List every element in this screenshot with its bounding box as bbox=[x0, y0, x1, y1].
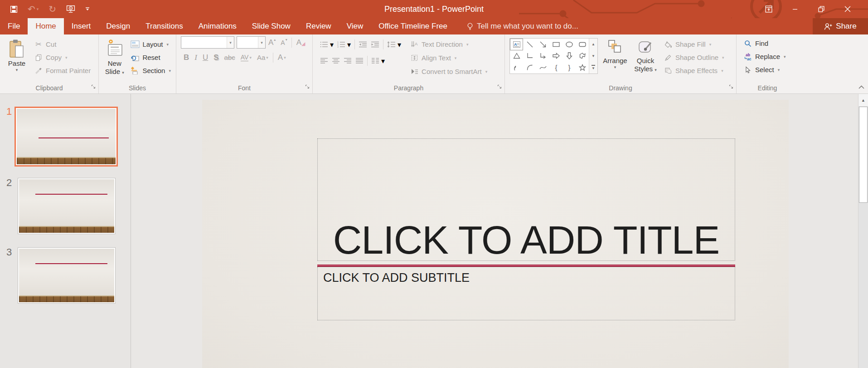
tab-file[interactable]: File bbox=[0, 18, 28, 34]
shape-freeform-icon[interactable] bbox=[576, 50, 589, 62]
tab-home[interactable]: Home bbox=[28, 18, 63, 34]
new-slide-button[interactable]: New Slide ▾ bbox=[102, 37, 126, 82]
slide-2-thumbnail[interactable] bbox=[18, 178, 116, 234]
bold-button[interactable]: B bbox=[181, 51, 192, 64]
shapes-more-button[interactable]: ▼ bbox=[589, 62, 597, 74]
line-spacing-button[interactable]: ▾ bbox=[385, 39, 403, 50]
vertical-scrollbar[interactable]: ▲ bbox=[858, 94, 868, 368]
shape-left-brace-icon[interactable]: { bbox=[549, 62, 563, 74]
select-label: Select bbox=[755, 66, 774, 74]
decrease-font-size-button[interactable]: A▾ bbox=[278, 36, 289, 49]
find-button[interactable]: Find bbox=[742, 37, 798, 49]
replace-icon: abac bbox=[743, 53, 752, 60]
tab-office-timeline-free[interactable]: Office Timeline Free bbox=[371, 18, 455, 34]
shape-text-box-icon[interactable]: A bbox=[510, 39, 523, 50]
shapes-scroll-down-button[interactable]: ▼ bbox=[589, 50, 597, 62]
scroll-up-button[interactable]: ▲ bbox=[858, 94, 868, 106]
shape-rectangle-icon[interactable] bbox=[549, 39, 563, 50]
shape-triangle-icon[interactable] bbox=[510, 50, 523, 62]
change-case-button[interactable]: Aa▾ bbox=[254, 51, 271, 64]
convert-to-smartart-button[interactable]: Convert to SmartArt ▾ bbox=[408, 65, 489, 78]
quick-styles-button[interactable]: Quick Styles ▾ bbox=[632, 37, 659, 82]
shape-right-brace-icon[interactable]: } bbox=[563, 62, 576, 74]
shape-oval-icon[interactable] bbox=[563, 39, 576, 50]
replace-button[interactable]: abac Replace ▾ bbox=[742, 50, 798, 63]
slide-3-thumbnail[interactable] bbox=[18, 247, 116, 304]
select-button[interactable]: Select ▾ bbox=[742, 64, 798, 76]
paragraph-dialog-launcher[interactable] bbox=[497, 83, 502, 91]
shape-curve-icon[interactable] bbox=[536, 62, 549, 74]
justify-button[interactable] bbox=[354, 55, 365, 66]
shape-elbow-connector-icon[interactable] bbox=[523, 50, 536, 62]
tab-animations[interactable]: Animations bbox=[191, 18, 244, 34]
section-button[interactable]: Section ▾ bbox=[129, 64, 172, 77]
shape-rounded-rectangle-icon[interactable] bbox=[576, 39, 589, 50]
clear-formatting-button[interactable]: A◢ bbox=[294, 36, 308, 49]
scrollbar-thumb[interactable] bbox=[859, 107, 868, 203]
close-button[interactable] bbox=[834, 0, 861, 18]
font-color-button[interactable]: A▾ bbox=[275, 51, 289, 64]
ribbon-display-options-button[interactable] bbox=[756, 0, 782, 18]
align-text-button[interactable]: Align Text ▾ bbox=[408, 52, 489, 64]
slide-1-thumbnail[interactable] bbox=[15, 107, 118, 167]
tab-slide-show[interactable]: Slide Show bbox=[244, 18, 298, 34]
increase-indent-button[interactable] bbox=[369, 39, 381, 50]
font-name-combobox[interactable]: ▾ bbox=[181, 36, 234, 49]
drawing-dialog-launcher[interactable] bbox=[729, 83, 734, 91]
align-left-button[interactable] bbox=[318, 55, 330, 66]
tab-design[interactable]: Design bbox=[98, 18, 138, 34]
align-right-button[interactable] bbox=[342, 55, 354, 66]
shape-arc-icon[interactable] bbox=[523, 62, 536, 74]
subtitle-placeholder[interactable]: CLICK TO ADD SUBTITLE bbox=[317, 267, 735, 320]
tab-view[interactable]: View bbox=[339, 18, 371, 34]
shapes-scroll-up-button[interactable]: ▲ bbox=[589, 39, 597, 50]
text-shadow-button[interactable]: S bbox=[211, 51, 221, 64]
character-spacing-button[interactable]: AV▾ bbox=[238, 51, 254, 64]
tab-review[interactable]: Review bbox=[298, 18, 339, 34]
numbering-button[interactable]: 123▾ bbox=[335, 39, 353, 50]
underline-button[interactable]: U bbox=[200, 51, 211, 64]
align-center-icon bbox=[332, 58, 340, 64]
format-painter-button[interactable]: Format Painter bbox=[33, 64, 92, 77]
shape-scribble-icon[interactable] bbox=[510, 62, 523, 74]
shape-fill-button[interactable]: Shape Fill ▾ bbox=[662, 38, 726, 50]
clipboard-dialog-launcher[interactable] bbox=[91, 83, 96, 91]
collapse-ribbon-button[interactable] bbox=[858, 83, 864, 91]
shape-effects-button[interactable]: Shape Effects ▾ bbox=[662, 64, 726, 77]
arrange-button[interactable]: Arrange ▾ bbox=[601, 37, 630, 82]
layout-button[interactable]: Layout ▾ bbox=[129, 38, 172, 50]
tell-me-box[interactable]: Tell me what you want to do... bbox=[467, 18, 578, 34]
slide-1-number: 1 bbox=[6, 106, 12, 118]
cut-button[interactable]: ✂ Cut bbox=[33, 38, 92, 50]
shape-right-arrow-icon[interactable] bbox=[549, 50, 563, 62]
bullets-button[interactable]: ▾ bbox=[318, 39, 335, 50]
paste-button[interactable]: Paste ▾ bbox=[4, 37, 30, 82]
columns-button[interactable]: ▾ bbox=[369, 55, 387, 66]
shape-elbow-arrow-connector-icon[interactable] bbox=[536, 50, 549, 62]
shape-down-arrow-icon[interactable] bbox=[563, 50, 576, 62]
shape-arrow-icon[interactable] bbox=[536, 39, 549, 50]
restore-button[interactable] bbox=[808, 0, 834, 18]
reset-button[interactable]: Reset bbox=[129, 51, 172, 64]
share-button[interactable]: Share bbox=[813, 18, 868, 34]
shape-outline-icon bbox=[664, 54, 673, 61]
copy-button[interactable]: Copy ▾ bbox=[33, 51, 92, 64]
shape-star-icon[interactable] bbox=[576, 62, 589, 74]
title-placeholder[interactable]: CLICK TO ADD TITLE bbox=[317, 138, 735, 261]
tab-transitions[interactable]: Transitions bbox=[138, 18, 191, 34]
increase-font-size-button[interactable]: A▴ bbox=[266, 36, 278, 49]
font-size-combobox[interactable]: ▾ bbox=[237, 36, 266, 49]
decrease-indent-button[interactable] bbox=[357, 39, 369, 50]
text-direction-button[interactable]: A Text Direction ▾ bbox=[408, 38, 489, 50]
svg-text:A: A bbox=[514, 42, 517, 47]
shape-outline-button[interactable]: Shape Outline ▾ bbox=[662, 51, 726, 64]
minimize-button[interactable] bbox=[782, 0, 808, 18]
italic-button[interactable]: I bbox=[192, 51, 200, 64]
font-dialog-launcher[interactable] bbox=[305, 83, 310, 91]
tab-insert[interactable]: Insert bbox=[64, 18, 99, 34]
font-group-label: Font bbox=[176, 84, 312, 92]
align-center-button[interactable] bbox=[330, 55, 342, 66]
shape-straight-line-icon[interactable] bbox=[523, 39, 536, 50]
shape-effects-label: Shape Effects bbox=[675, 67, 718, 74]
strikethrough-button[interactable]: abc bbox=[222, 51, 238, 64]
